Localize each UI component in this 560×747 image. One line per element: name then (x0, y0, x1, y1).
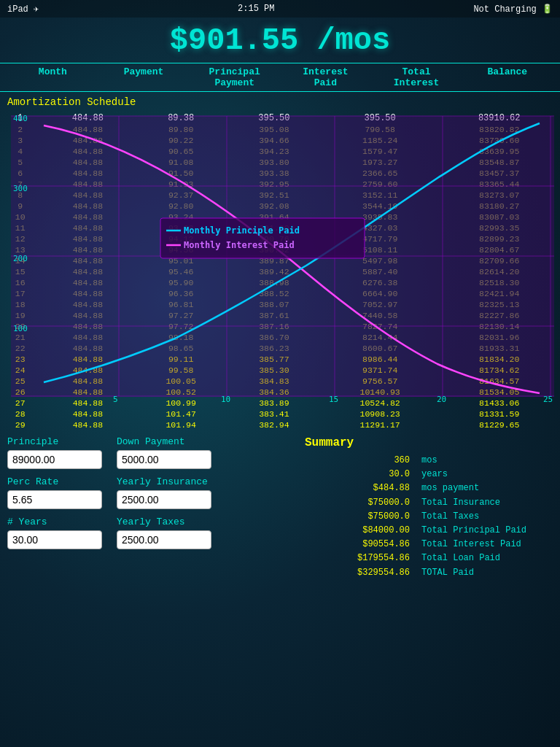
status-center: 2:15 PM (238, 4, 274, 14)
years-input[interactable] (7, 530, 102, 549)
th-principal: PrincipalPayment (189, 66, 280, 88)
th-balance: Balance (462, 66, 553, 88)
summary-row: 360mos (305, 454, 553, 468)
table-row: 9484.8892.80392.083544.1983180.27 (0, 201, 560, 212)
table-row: 21484.8898.18386.708214.4482031.96 (0, 332, 560, 343)
table-row: 13484.8894.56390.325108.1182804.67 (0, 244, 560, 255)
yearly-taxes-label: Yearly Taxes (117, 516, 211, 527)
principle-group: Principle (7, 436, 102, 469)
summary-row: $329554.86TOTAL Paid (305, 566, 553, 580)
table-row: 16484.8895.90388.986276.3882518.30 (0, 277, 560, 288)
table-row: 12484.8894.12390.764717.7982899.23 (0, 233, 560, 244)
summary-row: $84000.00Total Principal Paid (305, 524, 553, 538)
down-payment-input[interactable] (117, 450, 211, 469)
down-payment-group: Down Payment (117, 436, 211, 469)
status-bar: iPad ✈ 2:15 PM Not Charging 🔋 (0, 0, 560, 18)
main-title: $901.55 /mos (0, 18, 560, 63)
table-row: 20484.8897.72387.167827.7482130.14 (0, 321, 560, 332)
table-row: 6484.8891.50393.382366.6583457.37 (0, 168, 560, 179)
summary-value: $75000.0 (337, 510, 410, 524)
bottom-section: Principle Perc Rate # Years Down Payment… (0, 430, 560, 584)
summary-desc: mos (421, 454, 553, 468)
summary-row: $179554.86Total Loan Paid (305, 551, 553, 565)
summary-row: $75000.0Total Taxes (305, 510, 553, 524)
summary-value: $90554.86 (337, 538, 410, 551)
status-left: iPad ✈ (7, 4, 39, 15)
yearly-taxes-group: Yearly Taxes (117, 516, 211, 549)
perc-rate-group: Perc Rate (7, 476, 102, 509)
principle-input[interactable] (7, 450, 102, 469)
summary-value: $179554.86 (337, 551, 410, 565)
summary-row: 30.0years (305, 468, 553, 481)
th-month: Month (7, 66, 98, 88)
summary-row: $90554.86Total Interest Paid (305, 538, 553, 551)
table-row: 28484.88101.47383.4110908.2381331.59 (0, 409, 560, 419)
summary-value: 30.0 (337, 468, 410, 481)
th-interest: InterestPaid (280, 66, 371, 88)
years-label: # Years (7, 516, 102, 527)
data-table: 1484.8889.38395.50395.5083910.622484.888… (0, 112, 560, 430)
summary-row: $75000.0Total Insurance (305, 496, 553, 510)
table-header: Month Payment PrincipalPayment InterestP… (0, 63, 560, 92)
summary-value: $484.88 (337, 481, 410, 495)
left-inputs: Principle Perc Rate # Years (7, 436, 102, 580)
yearly-taxes-input[interactable] (117, 530, 211, 549)
table-row: 7484.8891.93392.952759.6083365.44 (0, 179, 560, 190)
summary-desc: Total Insurance (421, 496, 553, 510)
table-row: 22484.8898.65386.238600.6781933.31 (0, 343, 560, 354)
yearly-insurance-label: Yearly Insurance (117, 476, 211, 487)
table-row: 3484.8890.22394.661185.2483730.60 (0, 135, 560, 146)
yearly-insurance-input[interactable] (117, 490, 211, 509)
summary-desc: Total Taxes (421, 510, 553, 524)
table-row: 11484.8893.68391.204327.0382993.35 (0, 222, 560, 233)
table-row: 17484.8896.36388.526664.9082421.94 (0, 288, 560, 299)
summary-value: $75000.0 (337, 496, 410, 510)
table-row: 29484.88101.94382.9411291.1781229.65 (0, 419, 560, 430)
chart-table-container: 1484.8889.38395.50395.5083910.622484.888… (0, 112, 560, 430)
table-row: 5484.8891.08393.801973.2783548.87 (0, 157, 560, 168)
table-row: 24484.8899.58385.309371.7481734.62 (0, 365, 560, 376)
summary-value: $329554.86 (337, 566, 410, 580)
th-total-interest: TotalInterest (371, 66, 462, 88)
summary-section: Summary 360mos30.0years$484.88mos paymen… (305, 436, 553, 580)
table-row: 25484.88100.05384.839756.5781634.57 (0, 376, 560, 387)
summary-desc: mos payment (421, 481, 553, 495)
table-row: 8484.8892.37392.513152.1183273.07 (0, 190, 560, 201)
summary-value: $84000.00 (337, 524, 410, 538)
table-row: 4484.8890.65394.231579.4783639.95 (0, 146, 560, 157)
summary-desc: years (421, 468, 553, 481)
table-row: 2484.8889.80395.08790.5883820.82 (0, 124, 560, 135)
perc-rate-label: Perc Rate (7, 476, 102, 487)
th-payment: Payment (98, 66, 190, 88)
summary-desc: Total Interest Paid (421, 538, 553, 551)
table-row: 10484.8893.24391.643935.8383087.03 (0, 212, 560, 222)
right-inputs: Down Payment Yearly Insurance Yearly Tax… (117, 436, 211, 580)
table-row: 19484.8897.27387.617440.5882227.86 (0, 310, 560, 321)
yearly-insurance-group: Yearly Insurance (117, 476, 211, 509)
table-row: 23484.8899.11385.778986.4481834.20 (0, 354, 560, 365)
summary-desc: TOTAL Paid (421, 566, 553, 580)
summary-desc: Total Principal Paid (421, 524, 553, 538)
years-group: # Years (7, 516, 102, 549)
amortization-label: Amortization Schedule (0, 92, 560, 112)
table-row: 27484.88100.99383.8910524.8281433.06 (0, 398, 560, 409)
table-row: 1484.8889.38395.50395.5083910.62 (0, 112, 560, 124)
table-row: 14484.8895.01389.875497.9882709.66 (0, 255, 560, 266)
perc-rate-input[interactable] (7, 490, 102, 509)
status-right: Not Charging 🔋 (473, 4, 553, 15)
table-row: 15484.8895.46389.425887.4082614.20 (0, 266, 560, 277)
summary-desc: Total Loan Paid (421, 551, 553, 565)
table-row: 26484.88100.52384.3610140.9381534.05 (0, 387, 560, 398)
down-payment-label: Down Payment (117, 436, 211, 447)
table-row: 18484.8896.81388.077052.9782325.13 (0, 299, 560, 310)
summary-rows: 360mos30.0years$484.88mos payment$75000.… (305, 454, 553, 580)
summary-value: 360 (337, 454, 410, 468)
principle-label: Principle (7, 436, 102, 447)
summary-row: $484.88mos payment (305, 481, 553, 495)
summary-title: Summary (305, 436, 553, 449)
